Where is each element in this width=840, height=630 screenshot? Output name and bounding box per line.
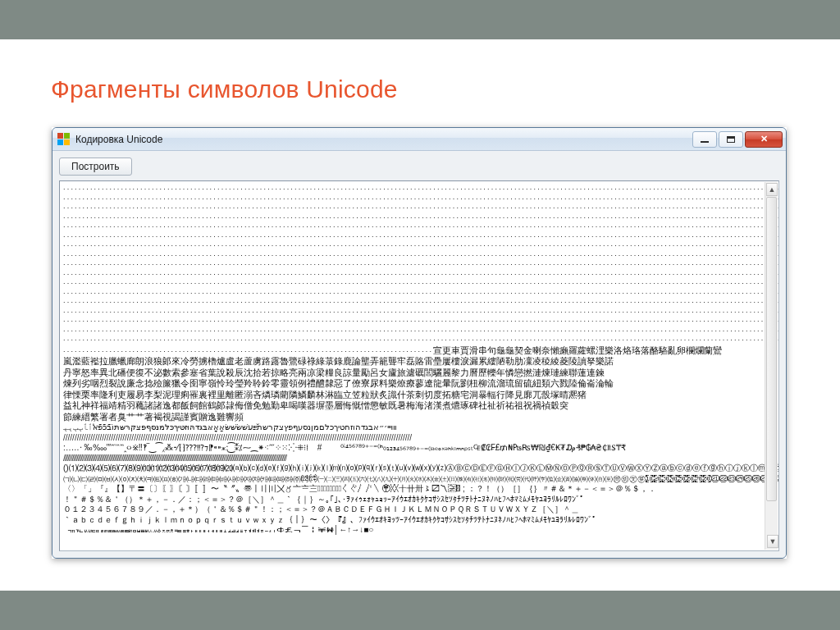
row-dots-2: ········································… (63, 194, 779, 203)
row-cjk-2: 嵐濫藍襤拉臘蠟廊朗浪狼郞來冷勞擄櫓爐盧老蘆虜路露魯鷺碌祿綠菉錄鹿論壟弄籠聾牢磊賂… (63, 356, 614, 367)
row-dots-14: ········································… (63, 308, 779, 316)
row-halfwidth-jamo: ﾠﾡﾢﾣﾤﾥﾦﾧﾨﾩﾪﾫﾬﾭﾮﾯﾰﾱﾲﾳﾴﾵﾶﾷﾸﾹﾺﾻﾼﾽﾾￂￃￄￅￆￇￊￋￌ… (63, 525, 373, 534)
row-dots-12: ········································… (63, 289, 779, 297)
row-cjk-4: 煉列劣咽烈裂說廉念捻殮簾獵令囹寧嶺怜玲瑩羚聆鈴零靈領例禮醴隸惡了僚寮尿料樂燎療蓼… (63, 378, 614, 389)
row-cjk-symbols: 〈〉「」『』【】〒〓〔〕〖〗〘〙〚〛〜〝〞〟〠〡〢〣〤〥〦〧〨〩〪〭〮〯〫〬〰〱… (63, 484, 656, 493)
row-dots-1: ········································… (63, 185, 779, 193)
row-fullwidth-digits: ０１２３４５６７８９／．－，＋＊）（＇＆％＄＃＂！：；＜＝＞？＠ＡＢＣＤＥＦＧＨ… (63, 504, 579, 514)
row-cjk-3: 丹寧怒率異北磻便復不泌數索參塞省葉說殺辰沈拾若掠略亮兩凉梁糧良諒量勵呂女廬旅濾礪… (63, 368, 605, 378)
top-gray-bar (0, 0, 840, 39)
row-punctuation: :‥…‧ ‰‱′″‴‵‶‷‸‹›※‼‽‾‿⁀⁁⁂⁃⁄⁅⁆⁇⁈⁉⁊⁋⁌⁍⁎⁏⁐⁑⁒… (63, 443, 626, 452)
row-halfwidth-1: ！＂＃＄％＆＇（）＊＋，－．／：；＜＝＞？＠［＼］＾＿｀｛｜｝～｡｢｣､･ｦｧｨ… (63, 495, 584, 504)
row-cjk-7: 節練縉繁署者臭艹艹著褐視謁謹賓贈逸難響頻 (63, 412, 244, 422)
output-textbox[interactable]: ▲ ▼ ····································… (59, 180, 779, 551)
scroll-down-icon[interactable]: ▼ (767, 535, 778, 548)
maximize-icon (727, 136, 735, 143)
minimize-button[interactable] (692, 131, 717, 148)
row-cjk-6: 益礼神祥福靖精羽蘒諸諸逸都飯飼館鶴郞隷侮僧免勉勤卑喝嘆器塀墨層悔慨憎懲敏既暑梅海… (63, 400, 568, 411)
row-cjk-5: 律慄栗率隆利吏履易李梨泥理痢罹裏裡里離匿溺吝燐璘藺隣鱗麟林淋臨立笠粒狀炙識什茶刺… (63, 390, 587, 400)
row-hatch-1: ////////////////////////////////////////… (63, 433, 412, 442)
row-hebrew-arabic: װױײ׳״אבגדהוזחטיךכלםמןנסעףפץצקרשתיִﬞײַﬠשׁ… (63, 422, 397, 431)
row-dots-5: ········································… (63, 222, 779, 231)
row-dots-13: ········································… (63, 298, 779, 306)
scroll-thumb[interactable] (766, 197, 777, 501)
row-dots-10: ········································… (63, 270, 779, 278)
row-dots-partial: ········································… (63, 347, 433, 355)
scroll-track[interactable] (766, 197, 777, 535)
build-button[interactable]: Построить (59, 158, 132, 176)
row-dots-15: ········································… (63, 317, 779, 325)
scroll-up-icon[interactable]: ▲ (766, 183, 778, 196)
bottom-gray-bar (0, 591, 840, 630)
close-icon: ✕ (760, 134, 768, 144)
row-dots-6: ········································… (63, 232, 779, 240)
app-window: Кодировка Unicode ✕ Построить ▲ (52, 127, 787, 559)
row-dots-8: ········································… (63, 251, 779, 259)
row-dots-7: ········································… (63, 241, 779, 249)
screenshot-frame: Кодировка Unicode ✕ Построить ▲ (52, 127, 787, 559)
row-hatch-2: ////////////////////////////////////////… (63, 454, 286, 463)
toolbar: Построить (59, 158, 779, 176)
row-fullwidth-lower: ｀ａｂｃｄｅｆｇｈｉｊｋｌｍｎｏｐｑｒｓｔｕｖｗｘｙｚ｛｜｝～〈〉『』、ﾌｧｲｳ… (63, 515, 596, 524)
row-dots-16: ········································… (63, 326, 779, 335)
close-button[interactable]: ✕ (745, 131, 783, 148)
row-dots-11: ········································… (63, 279, 779, 287)
row-dots-4: ········································… (63, 213, 779, 221)
slide: Фрагменты символов Unicode Кодировка Uni… (0, 0, 840, 630)
client-area: Построить ▲ ▼ ··························… (52, 151, 786, 558)
row-dots-9: ········································… (63, 260, 779, 268)
row-enclosed-2: ㈀㈁㈂㈃㈄㈅㈆㈇㈈㈉㈊㈋㈌㈍㈎㈏㈐㈑㈒㈓㈔㈕㈖㈗㈘㈙㈚㈛㈜㈝㈞㈠㈡㈢㈣㈤㈥㈦㈧㈨… (63, 474, 779, 483)
row-enclosed-1: ()⑴⑵⑶⑷⑸⑹⑺⑻⑼⑽⑾⑿⒀⒁⒂⒃⒄⒅⒆⒇⒜⒝⒞⒟⒠⒡⒢⒣⒤⒥⒦⒧⒨⒩⒪⒫⒬⒭… (63, 463, 779, 472)
slide-title: Фрагменты символов Unicode (51, 75, 398, 103)
row-dots-3: ········································… (63, 203, 779, 212)
vertical-scrollbar[interactable]: ▲ ▼ (765, 182, 778, 550)
window-title: Кодировка Unicode (75, 134, 691, 145)
text-content: ········································… (63, 185, 764, 536)
app-icon (57, 133, 71, 146)
minimize-icon (701, 141, 709, 143)
titlebar[interactable]: Кодировка Unicode ✕ (52, 128, 786, 151)
maximize-button[interactable] (719, 131, 743, 148)
row-dots-17: ········································… (63, 336, 779, 344)
row-cjk-1-tail: 宣更車賈滑串句龜龜契金喇奈懶癩羅蘿螺浬樂洛烙珞落酪駱亂卵欄爛蘭鸞 (433, 345, 722, 356)
